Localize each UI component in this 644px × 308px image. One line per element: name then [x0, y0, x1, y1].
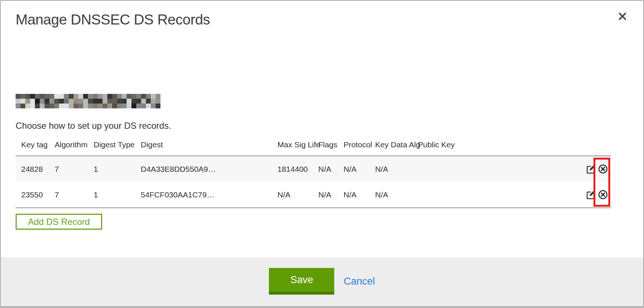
table-cell — [412, 182, 579, 208]
ds-records-table-wrap: Key tagAlgorithmDigest TypeDigestMax Sig… — [16, 133, 611, 208]
column-header: Digest — [135, 133, 272, 156]
delete-record-button[interactable] — [598, 164, 608, 174]
table-cell — [412, 156, 579, 182]
table-cell: 7 — [49, 156, 88, 182]
table-cell: 23550 — [16, 182, 49, 208]
table-cell: N/A — [370, 182, 412, 208]
manage-dnssec-dialog: Manage DNSSEC DS Records Choose how to s… — [0, 0, 644, 308]
table-row: 2482871D4A33E8DD550A9…1814400N/AN/AN/A — [16, 156, 611, 182]
add-ds-record-button[interactable]: Add DS Record — [16, 214, 102, 230]
table-cell: 1 — [88, 182, 135, 208]
close-icon — [618, 12, 627, 21]
table-cell-actions — [579, 156, 611, 182]
dialog-footer: Save Cancel — [1, 257, 643, 306]
close-button[interactable] — [617, 10, 628, 22]
table-cell: N/A — [272, 182, 313, 208]
column-header: Max Sig Life — [272, 133, 313, 156]
table-cell: N/A — [338, 156, 370, 182]
column-header: Public Key — [412, 133, 579, 156]
table-cell: N/A — [370, 156, 412, 182]
table-cell: 1814400 — [272, 156, 313, 182]
cancel-link[interactable]: Cancel — [344, 276, 375, 287]
table-cell: N/A — [313, 156, 338, 182]
column-header-actions — [579, 133, 611, 156]
edit-record-icon — [586, 190, 596, 200]
table-cell: 7 — [49, 182, 88, 208]
redacted-domain-name — [16, 94, 160, 108]
column-header: Digest Type — [88, 133, 135, 156]
table-cell: N/A — [338, 182, 370, 208]
table-cell-actions — [579, 182, 611, 208]
column-header: Key tag — [16, 133, 49, 156]
ds-records-table: Key tagAlgorithmDigest TypeDigestMax Sig… — [16, 133, 611, 208]
column-header: Protocol — [338, 133, 370, 156]
delete-record-button[interactable] — [598, 190, 608, 200]
table-cell: 54FCF030AA1C79… — [135, 182, 272, 208]
save-button[interactable]: Save — [269, 268, 334, 295]
table-row: 235507154FCF030AA1C79…N/AN/AN/AN/A — [16, 182, 611, 208]
page-title: Manage DNSSEC DS Records — [16, 11, 643, 28]
delete-record-icon — [598, 164, 608, 174]
column-header: Algorithm — [49, 133, 88, 156]
table-header-row: Key tagAlgorithmDigest TypeDigestMax Sig… — [16, 133, 611, 156]
edit-record-button[interactable] — [586, 190, 596, 200]
edit-record-icon — [586, 164, 596, 174]
delete-record-icon — [598, 190, 608, 200]
instruction-text: Choose how to set up your DS records. — [16, 121, 643, 131]
table-cell: 1 — [88, 156, 135, 182]
edit-record-button[interactable] — [586, 164, 596, 174]
table-cell: 24828 — [16, 156, 49, 182]
table-cell: N/A — [313, 182, 338, 208]
table-cell: D4A33E8DD550A9… — [135, 156, 272, 182]
column-header: Key Data Alg — [370, 133, 412, 156]
